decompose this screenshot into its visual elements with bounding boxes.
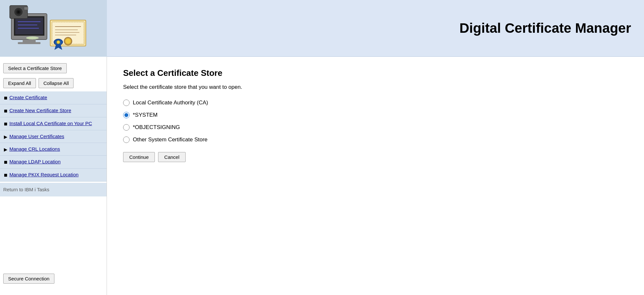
bullet-icon: ■ <box>4 172 7 178</box>
logo-illustration <box>8 4 99 53</box>
radio-other-system-label: Other System Certificate Store <box>133 136 208 143</box>
collapse-all-button[interactable]: Collapse All <box>39 78 74 88</box>
sidebar-top-buttons: Select a Certificate Store <box>0 63 107 78</box>
manage-crl-locations-link[interactable]: Manage CRL Locations <box>9 146 60 152</box>
cancel-button[interactable]: Cancel <box>158 152 186 162</box>
svg-rect-3 <box>18 42 40 44</box>
action-buttons: Continue Cancel <box>123 152 628 162</box>
radio-system-label: *SYSTEM <box>133 112 158 118</box>
sidebar-bottom: Secure Connection <box>0 269 107 289</box>
radio-other-system-input[interactable] <box>123 136 130 143</box>
svg-point-19 <box>57 41 60 44</box>
radio-objectsigning-input[interactable] <box>123 124 130 131</box>
radio-other-system[interactable]: Other System Certificate Store <box>123 136 628 143</box>
sidebar-item-manage-crl-locations[interactable]: ▶ Manage CRL Locations <box>0 143 107 156</box>
install-local-ca-link[interactable]: Install Local CA Certificate on Your PC <box>9 121 92 126</box>
return-to-ibm-tasks-item[interactable]: Return to IBM i Tasks <box>0 183 107 196</box>
bullet-icon: ■ <box>4 159 7 165</box>
arrow-icon: ▶ <box>4 134 7 139</box>
sidebar-item-manage-user-certs[interactable]: ▶ Manage User Certificates <box>0 130 107 143</box>
sidebar-item-manage-pkix-request[interactable]: ■ Manage PKIX Request Location <box>0 169 107 182</box>
header-logo <box>0 0 107 57</box>
content-subtitle: Select the certificate store that you wa… <box>123 84 628 90</box>
certificate-store-radio-group: Local Certificate Authority (CA) *SYSTEM… <box>123 100 628 143</box>
content-title: Select a Certificate Store <box>123 68 628 78</box>
radio-system-input[interactable] <box>123 112 130 118</box>
main-content: Select a Certificate Store Select the ce… <box>107 57 644 295</box>
continue-button[interactable]: Continue <box>123 152 155 162</box>
bullet-icon: ■ <box>4 108 7 114</box>
select-cert-store-button[interactable]: Select a Certificate Store <box>3 63 67 73</box>
svg-point-16 <box>65 39 71 44</box>
svg-point-24 <box>17 11 20 13</box>
svg-rect-25 <box>24 7 28 10</box>
manage-ldap-location-link[interactable]: Manage LDAP Location <box>9 159 61 164</box>
svg-rect-4 <box>15 18 43 34</box>
page-title: Digital Certificate Manager <box>107 20 644 36</box>
sidebar-nav: ■ Create Certificate ■ Create New Certif… <box>0 91 107 182</box>
sidebar: Select a Certificate Store Expand All Co… <box>0 57 107 295</box>
expand-all-button[interactable]: Expand All <box>3 78 36 88</box>
secure-connection-button[interactable]: Secure Connection <box>3 274 54 284</box>
sidebar-item-create-new-cert-store[interactable]: ■ Create New Certificate Store <box>0 104 107 117</box>
manage-user-certs-link[interactable]: Manage User Certificates <box>9 134 64 139</box>
bullet-icon: ■ <box>4 95 7 101</box>
radio-objectsigning[interactable]: *OBJECTSIGNING <box>123 124 628 131</box>
radio-objectsigning-label: *OBJECTSIGNING <box>133 124 180 131</box>
bullet-icon: ■ <box>4 121 7 127</box>
header: Digital Certificate Manager <box>0 0 644 57</box>
main-container: Select a Certificate Store Expand All Co… <box>0 57 644 295</box>
svg-point-8 <box>26 36 39 40</box>
sidebar-item-create-certificate[interactable]: ■ Create Certificate <box>0 91 107 104</box>
sidebar-item-install-local-ca[interactable]: ■ Install Local CA Certificate on Your P… <box>0 117 107 130</box>
radio-local-ca[interactable]: Local Certificate Authority (CA) <box>123 100 628 106</box>
arrow-icon: ▶ <box>4 147 7 152</box>
create-certificate-link[interactable]: Create Certificate <box>9 95 47 100</box>
create-new-cert-store-link[interactable]: Create New Certificate Store <box>9 108 71 113</box>
sidebar-item-manage-ldap-location[interactable]: ■ Manage LDAP Location <box>0 156 107 169</box>
radio-local-ca-input[interactable] <box>123 100 130 106</box>
return-to-ibm-tasks-link[interactable]: Return to IBM i Tasks <box>3 187 49 192</box>
expand-collapse-row: Expand All Collapse All <box>0 78 107 91</box>
svg-rect-2 <box>23 40 36 42</box>
radio-system[interactable]: *SYSTEM <box>123 112 628 118</box>
manage-pkix-request-link[interactable]: Manage PKIX Request Location <box>9 172 78 177</box>
radio-local-ca-label: Local Certificate Authority (CA) <box>133 100 208 106</box>
